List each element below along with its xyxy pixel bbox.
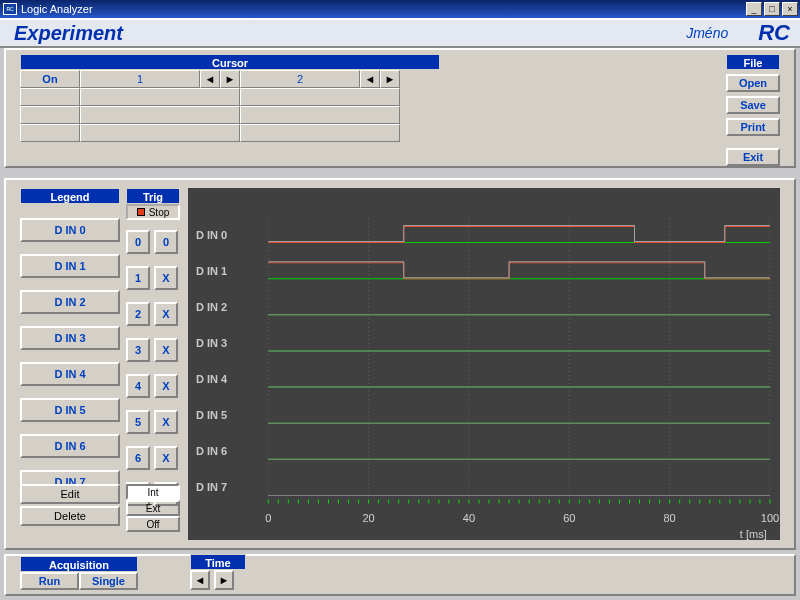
user-name: Jméno <box>686 25 728 41</box>
legend-item-1[interactable]: D IN 1 <box>20 254 120 278</box>
page-title: Experiment <box>14 22 686 45</box>
save-button[interactable]: Save <box>726 96 780 114</box>
svg-text:D IN 1: D IN 1 <box>196 265 227 277</box>
acquisition-panel: Acquisition Run Single <box>20 556 138 590</box>
svg-text:60: 60 <box>563 512 575 524</box>
print-button[interactable]: Print <box>726 118 780 136</box>
trig-pat-3[interactable]: X <box>154 338 178 362</box>
minimize-button[interactable]: _ <box>746 2 762 16</box>
trig-pat-0[interactable]: 0 <box>154 230 178 254</box>
trig-pat-2[interactable]: X <box>154 302 178 326</box>
single-button[interactable]: Single <box>79 572 138 590</box>
legend-item-3[interactable]: D IN 3 <box>20 326 120 350</box>
svg-text:100: 100 <box>761 512 779 524</box>
legend-item-5[interactable]: D IN 5 <box>20 398 120 422</box>
cursor-col-2: 2 <box>240 70 360 88</box>
legend-header: Legend <box>20 188 120 204</box>
cursor-header: Cursor <box>20 54 440 70</box>
time-left-button[interactable]: ◄ <box>190 570 210 590</box>
trig-num-1[interactable]: 1 <box>126 266 150 290</box>
svg-text:D IN 5: D IN 5 <box>196 409 227 421</box>
svg-text:D IN 4: D IN 4 <box>196 373 228 385</box>
window-title: Logic Analyzer <box>21 3 93 15</box>
legend-item-2[interactable]: D IN 2 <box>20 290 120 314</box>
maximize-button[interactable]: □ <box>764 2 780 16</box>
edit-delete-panel: Edit Delete <box>20 484 120 526</box>
trig-panel: Trig Stop 001X2X3X4X5X6X7X <box>126 188 180 506</box>
title-bar: RC Logic Analyzer _ □ × <box>0 0 800 18</box>
time-panel: Time ◄ ► <box>190 554 246 590</box>
cursor2-right-button[interactable]: ► <box>380 70 400 88</box>
trig-num-3[interactable]: 3 <box>126 338 150 362</box>
trig-num-5[interactable]: 5 <box>126 410 150 434</box>
trig-pat-1[interactable]: X <box>154 266 178 290</box>
run-button[interactable]: Run <box>20 572 79 590</box>
time-right-button[interactable]: ► <box>214 570 234 590</box>
cursor-on-button[interactable]: On <box>20 70 80 88</box>
close-button[interactable]: × <box>782 2 798 16</box>
legend-item-4[interactable]: D IN 4 <box>20 362 120 386</box>
legend-item-0[interactable]: D IN 0 <box>20 218 120 242</box>
edit-button[interactable]: Edit <box>20 484 120 504</box>
svg-text:0: 0 <box>265 512 271 524</box>
svg-text:20: 20 <box>362 512 374 524</box>
open-button[interactable]: Open <box>726 74 780 92</box>
trig-pat-5[interactable]: X <box>154 410 178 434</box>
svg-text:D IN 7: D IN 7 <box>196 481 227 493</box>
svg-text:D IN 0: D IN 0 <box>196 229 227 241</box>
waveform-area: 020406080100D IN 0D IN 1D IN 2D IN 3D IN… <box>188 188 780 540</box>
trig-int-option[interactable]: Int <box>126 484 180 500</box>
cursor-col-1: 1 <box>80 70 200 88</box>
time-header: Time <box>190 554 246 570</box>
app-icon: RC <box>3 3 17 15</box>
trig-num-4[interactable]: 4 <box>126 374 150 398</box>
stop-led-icon <box>137 208 145 216</box>
trig-num-0[interactable]: 0 <box>126 230 150 254</box>
acquisition-header: Acquisition <box>20 556 138 572</box>
cursor1-left-button[interactable]: ◄ <box>200 70 220 88</box>
brand-logo: RC <box>758 20 790 46</box>
file-header: File <box>726 54 780 70</box>
trig-stop-label: Stop <box>149 207 170 218</box>
cursor2-left-button[interactable]: ◄ <box>360 70 380 88</box>
trig-off-option[interactable]: Off <box>126 516 180 532</box>
cursor-table: Cursor On 1 ◄ ► 2 ◄ ► <box>20 54 440 142</box>
trig-source-panel: Int Ext Off <box>126 484 180 532</box>
trig-pat-6[interactable]: X <box>154 446 178 470</box>
svg-text:80: 80 <box>663 512 675 524</box>
trig-header: Trig <box>126 188 180 204</box>
trig-pat-4[interactable]: X <box>154 374 178 398</box>
legend-panel: Legend D IN 0D IN 1D IN 2D IN 3D IN 4D I… <box>20 188 120 494</box>
file-panel: File Open Save Print Exit <box>726 54 780 166</box>
trig-ext-option[interactable]: Ext <box>126 500 180 516</box>
svg-text:D IN 2: D IN 2 <box>196 301 227 313</box>
waveform-svg: 020406080100D IN 0D IN 1D IN 2D IN 3D IN… <box>188 188 780 540</box>
svg-text:t [ms]: t [ms] <box>740 528 767 540</box>
trig-num-6[interactable]: 6 <box>126 446 150 470</box>
legend-item-6[interactable]: D IN 6 <box>20 434 120 458</box>
svg-text:D IN 3: D IN 3 <box>196 337 227 349</box>
cursor1-right-button[interactable]: ► <box>220 70 240 88</box>
header-strip: Experiment Jméno RC <box>0 18 800 48</box>
svg-text:40: 40 <box>463 512 475 524</box>
svg-text:D IN 6: D IN 6 <box>196 445 227 457</box>
trig-num-2[interactable]: 2 <box>126 302 150 326</box>
delete-button[interactable]: Delete <box>20 506 120 526</box>
exit-button[interactable]: Exit <box>726 148 780 166</box>
